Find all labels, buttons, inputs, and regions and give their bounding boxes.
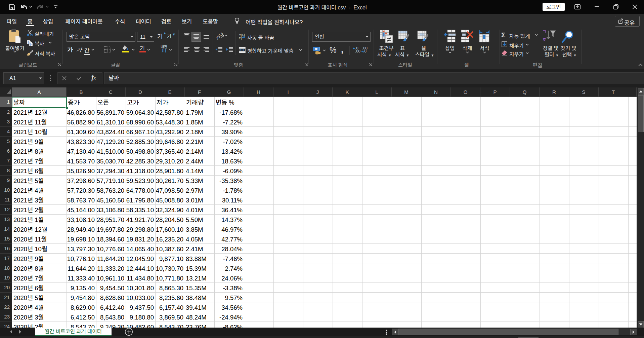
svg-text:ㄱ: ㄱ (542, 28, 547, 35)
svg-text:ㅎ: ㅎ (542, 36, 547, 42)
svg-text:다: 다 (239, 36, 242, 40)
